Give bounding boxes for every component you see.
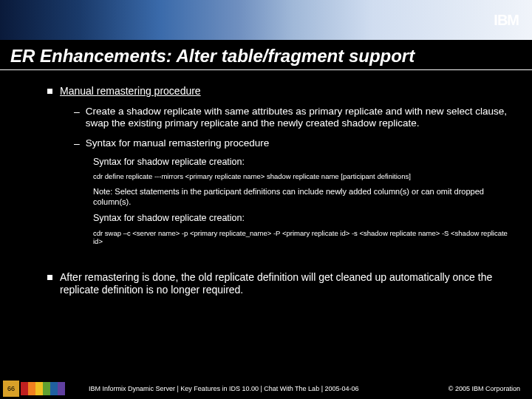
banner: IBM (0, 0, 532, 40)
page-title: ER Enhancements: Alter table/fragment su… (0, 40, 532, 70)
bullet-text: Manual remastering procedure (60, 85, 201, 98)
page-number: 66 (3, 381, 19, 397)
color-swatch (50, 382, 58, 395)
spacer (0, 246, 532, 261)
color-swatch (21, 382, 28, 395)
color-swatch (43, 382, 50, 395)
bullet-level2: – Create a shadow replicate with same at… (0, 106, 532, 131)
square-bullet-icon (47, 89, 52, 94)
footer: 66 IBM Informix Dynamic Server | Key Fea… (0, 378, 532, 399)
color-swatch-row: 66 (3, 381, 65, 397)
bullet-level3: Syntax for shadow replicate creation: (0, 213, 532, 225)
code-text: cdr define replicate ---mirrors <primary… (0, 172, 532, 180)
copyright: © 2005 IBM Corporation (449, 385, 520, 392)
bullet-level1: Manual remastering procedure (0, 85, 532, 98)
ibm-logo: IBM (494, 12, 519, 29)
bullet-text: Syntax for manual remastering procedure (86, 137, 269, 150)
bullet-level3: Syntax for shadow replicate creation: (0, 157, 532, 168)
dash-bullet-icon: – (74, 106, 80, 119)
color-swatch (35, 382, 43, 395)
bullet-text: Create a shadow replicate with same attr… (86, 106, 510, 131)
slide: IBM ER Enhancements: Alter table/fragmen… (0, 0, 532, 399)
bullet-level3: Note: Select statements in the participa… (0, 187, 532, 208)
color-swatch (58, 382, 65, 395)
footer-text: IBM Informix Dynamic Server | Key Featur… (89, 385, 449, 392)
code-text: cdr swap –c <server name> -p <primary re… (0, 229, 532, 246)
bullet-text: After remastering is done, the old repli… (60, 271, 510, 297)
square-bullet-icon (47, 275, 52, 280)
bullet-level1: After remastering is done, the old repli… (0, 271, 532, 297)
content-area: Manual remastering procedure – Create a … (0, 76, 532, 378)
dash-bullet-icon: – (74, 137, 80, 151)
color-swatch (28, 382, 35, 395)
bullet-level2: – Syntax for manual remastering procedur… (0, 137, 532, 151)
